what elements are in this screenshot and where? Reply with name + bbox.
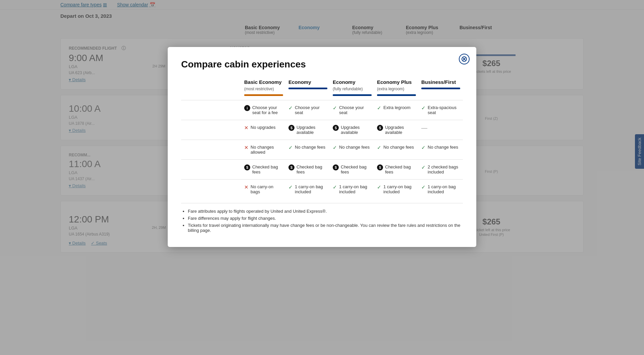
compare-cell-0-0: i Choose your seat for a fee	[241, 104, 286, 116]
compare-cell-3-1: $ Checked bag fees	[286, 163, 330, 176]
compare-header-row: Basic Economy (most restrictive) Economy…	[181, 79, 463, 96]
compare-cabin-modal: Compare cabin experiences Basic Economy …	[168, 47, 476, 247]
dollar-icon-3-3: $	[377, 164, 383, 170]
footnote-0: Fare attributes apply to flights operate…	[188, 209, 463, 214]
compare-cell-3-3: $ Checked bag fees	[374, 163, 419, 176]
modal-footnotes: Fare attributes apply to flights operate…	[181, 209, 463, 233]
check-icon-4-3: ✓	[377, 184, 381, 190]
compare-cell-4-1: ✓ 1 carry-on bag included	[286, 183, 330, 196]
dollar-icon-1-2: $	[333, 125, 339, 131]
check-icon-4-1: ✓	[288, 184, 293, 190]
info-icon-0-0: i	[244, 105, 250, 111]
dollar-icon-3-2: $	[333, 164, 339, 170]
check-icon-0-3: ✓	[377, 105, 381, 111]
compare-cell-2-2: ✓ No change fees	[330, 143, 374, 152]
check-icon-0-4: ✓	[421, 105, 426, 111]
compare-cell-4-3: ✓ 1 carry-on bag included	[374, 183, 419, 196]
dollar-icon-1-3: $	[377, 125, 383, 131]
compare-cell-1-0: ✕ No upgrades	[241, 123, 286, 132]
compare-cell-1-3: $ Upgrades available	[374, 123, 419, 136]
check-icon-2-3: ✓	[377, 145, 381, 151]
check-icon-2-2: ✓	[333, 145, 337, 151]
footnote-2: Tickets for travel originating internati…	[188, 223, 463, 233]
compare-col-head-3: Economy Plus (extra legroom)	[374, 79, 419, 96]
compare-row-3: $ Checked bag fees $ Checked bag fees $ …	[181, 159, 463, 179]
dash-icon-1-4: —	[421, 125, 427, 131]
compare-cell-2-4: ✓ No change fees	[419, 143, 463, 152]
compare-cell-3-2: $ Checked bag fees	[330, 163, 374, 176]
x-icon-2-0: ✕	[244, 145, 249, 151]
compare-cell-2-0: ✕ No changes allowed	[241, 143, 286, 156]
compare-cell-1-1: $ Upgrades available	[286, 123, 330, 136]
check-icon-2-1: ✓	[288, 145, 293, 151]
compare-col-head-0: Basic Economy (most restrictive)	[241, 79, 286, 96]
compare-col-head-2: Economy (fully refundable)	[330, 79, 374, 96]
check-icon-4-2: ✓	[333, 184, 337, 190]
compare-cell-1-4: —	[419, 123, 463, 132]
compare-table: Basic Economy (most restrictive) Economy…	[181, 79, 463, 199]
compare-cell-0-3: ✓ Extra legroom	[374, 104, 419, 112]
compare-row-1: ✕ No upgrades $ Upgrades available $ Upg…	[181, 120, 463, 140]
compare-cell-3-4: ✓ 2 checked bags included	[419, 163, 463, 176]
x-icon-1-0: ✕	[244, 125, 249, 131]
compare-cell-2-3: ✓ No change fees	[374, 143, 419, 152]
footnote-1: Fare differences may apply for flight ch…	[188, 216, 463, 221]
check-icon-3-4: ✓	[421, 164, 426, 170]
compare-cell-1-2: $ Upgrades available	[330, 123, 374, 136]
compare-cell-4-2: ✓ 1 carry-on bag included	[330, 183, 374, 196]
modal-close-button[interactable]	[459, 54, 470, 64]
compare-col-head-1: Economy	[286, 79, 330, 96]
compare-cell-4-0: ✕ No carry-on bags	[241, 183, 286, 196]
compare-cell-4-4: ✓ 1 carry-on bag included	[419, 183, 463, 196]
compare-row-0: i Choose your seat for a fee ✓ Choose yo…	[181, 100, 463, 120]
check-icon-0-1: ✓	[288, 105, 293, 111]
compare-cell-0-2: ✓ Choose your seat	[330, 104, 374, 116]
dollar-icon-3-0: $	[244, 164, 250, 170]
compare-cell-3-0: $ Checked bag fees	[241, 163, 286, 176]
check-icon-0-2: ✓	[333, 105, 337, 111]
compare-cell-0-4: ✓ Extra-spacious seat	[419, 104, 463, 116]
compare-col-head-4: Business/First	[419, 79, 463, 96]
compare-cell-0-1: ✓ Choose your seat	[286, 104, 330, 116]
check-icon-2-4: ✓	[421, 145, 426, 151]
dollar-icon-1-1: $	[288, 125, 294, 131]
compare-cell-2-1: ✓ No change fees	[286, 143, 330, 152]
compare-row-4: ✕ No carry-on bags ✓ 1 carry-on bag incl…	[181, 179, 463, 199]
x-icon-4-0: ✕	[244, 184, 249, 190]
modal-title: Compare cabin experiences	[181, 59, 463, 70]
modal-overlay: Compare cabin experiences Basic Economy …	[0, 0, 644, 355]
compare-row-2: ✕ No changes allowed ✓ No change fees ✓ …	[181, 140, 463, 159]
dollar-icon-3-1: $	[288, 164, 294, 170]
check-icon-4-4: ✓	[421, 184, 426, 190]
modal-divider	[181, 203, 463, 203]
